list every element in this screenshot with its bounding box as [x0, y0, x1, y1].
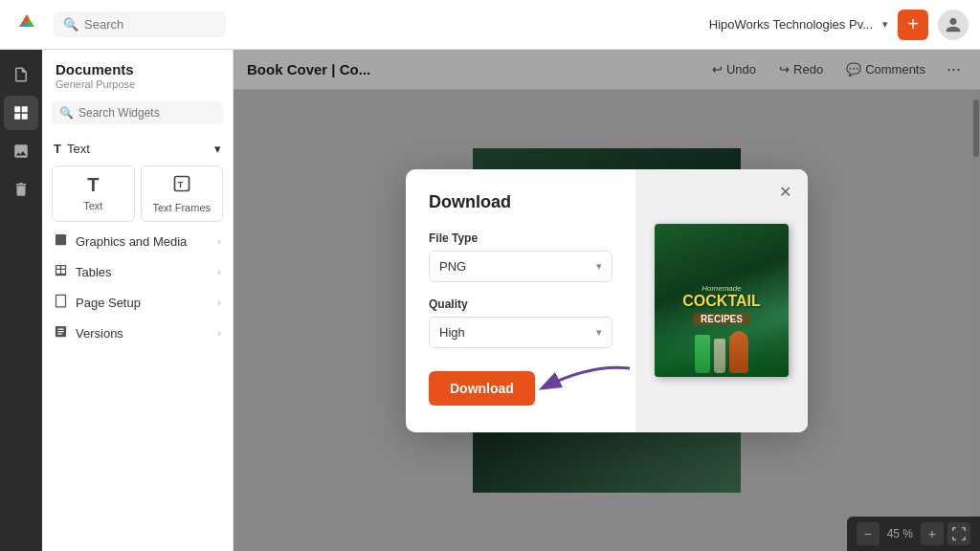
documents-title: Documents [56, 61, 219, 77]
chevron-right-icon: › [217, 266, 221, 277]
text-frames-widget-item[interactable]: T Text Frames [141, 165, 224, 222]
topbar: 🔍 HipoWorks Technologies Pv... ▾ + [0, 0, 980, 50]
left-panel-header: Documents General Purpose [42, 50, 233, 94]
text-frames-icon: T [172, 174, 191, 198]
sidebar-item-graphics[interactable]: Graphics and Media › [42, 226, 233, 256]
preview-main-title: COCKTAIL [682, 293, 760, 310]
search-icon: 🔍 [59, 106, 74, 120]
documents-subtitle: General Purpose [56, 78, 219, 90]
modal-title: Download [429, 192, 612, 212]
icon-sidebar [0, 50, 42, 551]
add-button[interactable]: + [898, 10, 928, 40]
chevron-down-icon: ▾ [596, 326, 602, 339]
svg-text:T: T [178, 180, 184, 189]
file-type-label: File Type [429, 231, 612, 245]
page-setup-label: Page Setup [76, 296, 141, 310]
versions-label: Versions [76, 326, 123, 341]
file-type-select[interactable]: PNG ▾ [429, 251, 612, 282]
preview-subtitle: RECIPES [693, 313, 750, 325]
content-area: Book Cover | Co... ↩ Undo ↪ Redo 💬 Comme… [234, 50, 980, 551]
widget-search-container[interactable]: 🔍 [52, 101, 223, 124]
sidebar-icon-image[interactable] [4, 134, 38, 168]
avatar[interactable] [938, 10, 969, 40]
text-icon: T [54, 142, 61, 156]
chevron-down-icon: ▾ [596, 260, 602, 273]
quality-label: Quality [429, 298, 612, 311]
sidebar-item-page-setup[interactable]: Page Setup › [42, 287, 233, 318]
modal-left: Download File Type PNG ▾ Quality High ▾ … [406, 169, 635, 432]
search-icon: 🔍 [63, 17, 78, 32]
text-widget-icon: T [87, 174, 99, 196]
quality-select[interactable]: High ▾ [429, 317, 612, 348]
arrow-annotation [515, 354, 649, 411]
chevron-right-icon: › [217, 235, 221, 247]
drink-glass-1 [695, 335, 710, 373]
text-widget-label: Text [83, 200, 102, 211]
versions-icon [54, 324, 68, 342]
widget-search-input[interactable] [78, 106, 215, 120]
text-widget-grid: T Text T Text Frames [52, 165, 223, 222]
tables-label: Tables [76, 265, 112, 279]
main-layout: Documents General Purpose 🔍 T Text ▾ T T… [0, 50, 980, 551]
chevron-right-icon: › [217, 327, 221, 339]
sidebar-icon-document[interactable] [4, 57, 38, 92]
download-button[interactable]: Download [429, 371, 535, 406]
text-section-header[interactable]: T Text ▾ [52, 138, 223, 160]
company-name[interactable]: HipoWorks Technologies Pv... [709, 17, 873, 32]
text-section-label: Text [67, 142, 90, 156]
tables-icon [54, 263, 68, 280]
file-type-value: PNG [439, 259, 466, 274]
chevron-down-icon: ▾ [214, 142, 221, 156]
drink-glass-3 [729, 331, 748, 373]
book-preview: Homemade COCKTAIL RECIPES [655, 224, 789, 377]
download-button-container: Download [429, 364, 535, 406]
graphics-icon [54, 232, 68, 250]
svg-rect-3 [56, 295, 66, 307]
quality-value: High [439, 325, 465, 340]
topbar-search-container[interactable]: 🔍 [54, 11, 226, 37]
text-frames-label: Text Frames [152, 202, 211, 213]
app-logo[interactable] [11, 8, 42, 42]
modal-right: Homemade COCKTAIL RECIPES [635, 169, 808, 432]
sidebar-icon-layout[interactable] [4, 96, 38, 130]
left-panel: Documents General Purpose 🔍 T Text ▾ T T… [42, 50, 234, 551]
search-input[interactable] [84, 17, 199, 32]
sidebar-item-tables[interactable]: Tables › [42, 256, 233, 287]
graphics-label: Graphics and Media [76, 234, 187, 249]
download-modal: Download File Type PNG ▾ Quality High ▾ … [406, 169, 808, 432]
modal-overlay: Download File Type PNG ▾ Quality High ▾ … [234, 50, 980, 551]
chevron-right-icon: › [217, 297, 221, 308]
text-widget-item[interactable]: T Text [52, 165, 135, 222]
preview-small-title: Homemade [682, 284, 760, 293]
sidebar-item-versions[interactable]: Versions › [42, 318, 233, 348]
drink-glass-2 [714, 339, 725, 373]
topbar-right: HipoWorks Technologies Pv... ▾ + [709, 10, 969, 40]
modal-close-button[interactable]: ✕ [773, 181, 796, 204]
text-section: T Text ▾ T Text T Text Fr [42, 132, 233, 226]
page-setup-icon [54, 294, 68, 311]
sidebar-icon-trash[interactable] [4, 172, 38, 207]
chevron-down-icon: ▾ [882, 18, 888, 31]
